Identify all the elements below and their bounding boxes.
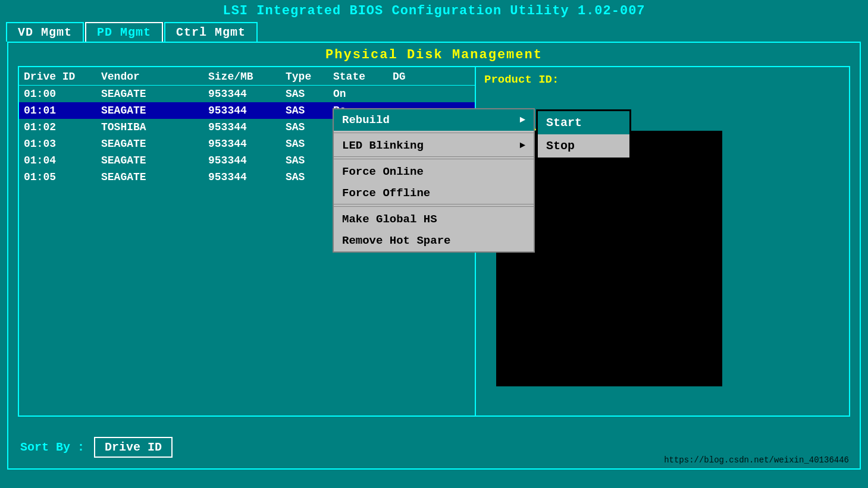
context-menu-arrow: ► [519,140,525,151]
context-menu-item-force-offline[interactable]: Force Offline [334,182,534,204]
col-header-type: Type [286,71,333,83]
cell-size: 953344 [208,105,286,117]
context-menu-item-rebuild[interactable]: Rebuild ► Start Stop [334,109,534,131]
cell-type: SAS [286,105,333,117]
cell-drive-id: 01:05 [24,171,101,183]
submenu-item-stop[interactable]: Stop [538,134,629,158]
cell-size: 953344 [208,121,286,133]
cell-vendor: SEAGATE [101,88,208,100]
table-row[interactable]: 01:00 SEAGATE 953344 SAS On [19,86,475,102]
cell-size: 953344 [208,171,286,183]
cell-drive-id: 01:02 [24,121,101,133]
context-menu-item-label: Make Global HS [342,213,437,226]
context-menu-item-label: Force Online [342,165,424,178]
cell-size: 953344 [208,155,286,166]
cell-drive-id: 01:00 [24,88,101,100]
col-header-size: Size/MB [208,71,286,83]
cell-type: SAS [286,121,333,133]
watermark: https://blog.csdn.net/weixin_40136446 [664,455,849,465]
cell-vendor: SEAGATE [101,105,208,117]
cell-drive-id: 01:01 [24,105,101,117]
cell-size: 953344 [208,138,286,150]
cell-drive-id: 01:04 [24,155,101,166]
tab-vd-mgmt[interactable]: VD Mgmt [6,22,84,42]
col-header-drive-id: Drive ID [24,71,101,83]
context-menu-item-force-online[interactable]: Force Online [334,161,534,182]
context-menu-item-remove-hot-spare[interactable]: Remove Hot Spare [334,230,534,251]
cell-vendor: SEAGATE [101,155,208,166]
divider [334,206,534,207]
divider [334,159,534,159]
sort-by-label: Sort By : [20,440,84,454]
context-menu-item-label: Rebuild [342,114,390,127]
context-menu-item-label: LED Blinking [342,139,424,152]
table-header: Drive ID Vendor Size/MB Type State DG [19,67,475,86]
cell-type: SAS [286,155,333,166]
cell-size: 953344 [208,88,286,100]
context-menu: Rebuild ► Start Stop LED Blinking ► Forc… [333,108,535,253]
context-menu-item-label: Remove Hot Spare [342,234,450,247]
cell-type: SAS [286,138,333,150]
cell-dg [393,88,440,100]
context-menu-arrow: ► [519,115,525,125]
col-header-vendor: Vendor [101,71,208,83]
main-area: Physical Disk Management Drive ID Vendor… [7,42,861,470]
cell-type: SAS [286,88,333,100]
cell-drive-id: 01:03 [24,138,101,150]
sort-bar: Sort By : Drive ID [20,437,173,458]
sort-by-value[interactable]: Drive ID [94,437,173,458]
product-id-label: Product ID: [484,73,841,86]
cell-type: SAS [286,171,333,183]
cell-vendor: TOSHIBA [101,121,208,133]
col-header-dg: DG [393,71,440,83]
context-menu-item-make-global-hs[interactable]: Make Global HS [334,209,534,230]
divider [334,133,534,133]
cell-vendor: SEAGATE [101,171,208,183]
context-menu-item-label: Force Offline [342,187,430,200]
tab-ctrl-mgmt[interactable]: Ctrl Mgmt [164,22,258,42]
section-title: Physical Disk Management [8,43,860,66]
cell-vendor: SEAGATE [101,138,208,150]
col-header-state: State [333,71,393,83]
submenu: Start Stop [536,109,631,159]
tab-pd-mgmt[interactable]: PD Mgmt [85,22,163,42]
tab-bar: VD Mgmt PD Mgmt Ctrl Mgmt [0,22,868,42]
submenu-item-start[interactable]: Start [538,111,629,134]
context-menu-item-led-blinking[interactable]: LED Blinking ► [334,135,534,157]
app-title: LSI Integrated BIOS Configuration Utilit… [0,0,868,21]
cell-state: On [333,88,393,100]
